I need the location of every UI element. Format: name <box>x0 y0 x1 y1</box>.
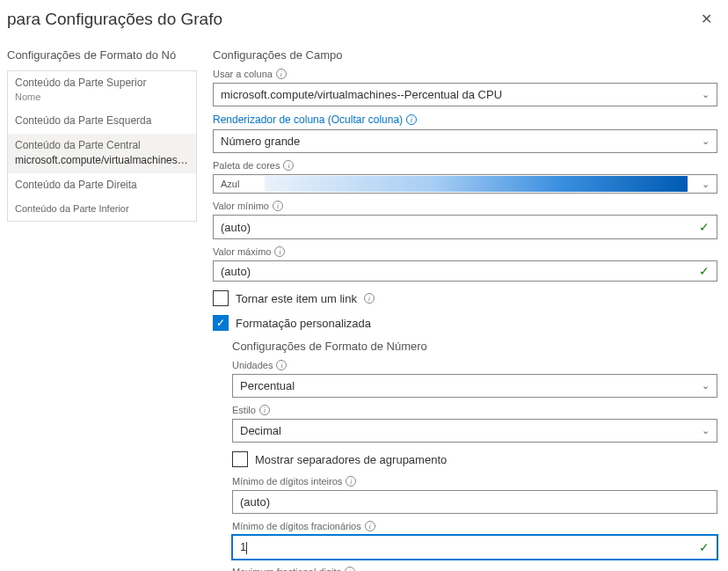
check-icon: ✓ <box>699 220 710 234</box>
max-value-group: Valor máximo i (auto) ✓ <box>213 246 717 282</box>
max-value-label: Valor máximo i <box>213 246 717 257</box>
info-icon[interactable]: i <box>276 69 287 79</box>
chevron-down-icon: ⌄ <box>702 380 710 392</box>
chevron-down-icon: ⌄ <box>702 89 710 100</box>
custom-format-row: ✓ Formatação personalizada <box>213 315 717 331</box>
min-value-label: Valor mínimo i <box>213 201 717 211</box>
max-value-text: (auto) <box>221 265 251 278</box>
node-part-sub: Nome <box>15 92 189 102</box>
make-link-label: Tornar este item um link <box>236 292 357 305</box>
node-part-left[interactable]: Conteúdo da Parte Esquerda <box>8 109 196 134</box>
color-palette-group: Paleta de cores i Azul ⌄ <box>213 160 717 194</box>
min-value-group: Valor mínimo i (auto) ✓ <box>213 201 717 239</box>
column-renderer-group: Renderizador de coluna (Ocultar coluna) … <box>213 113 717 153</box>
dialog-title: para Configurações do Grafo <box>7 10 222 29</box>
show-grouping-checkbox[interactable] <box>232 451 248 467</box>
use-column-select[interactable]: microsoft.compute/virtualmachines--Perce… <box>213 83 717 106</box>
style-group: Estilo i Decimal ⌄ <box>232 405 717 443</box>
info-icon[interactable]: i <box>283 160 294 171</box>
close-icon: ✕ <box>701 11 712 26</box>
info-icon[interactable]: i <box>273 201 283 211</box>
info-icon[interactable]: i <box>364 293 375 304</box>
gradient-preview <box>265 176 688 192</box>
color-palette-label: Paleta de cores i <box>213 160 717 171</box>
min-value-text: (auto) <box>221 221 251 234</box>
min-int-digits-group: Mínimo de dígitos inteiros i (auto) <box>232 476 717 514</box>
max-frac-digits-label: Maximum fractional digits i <box>232 567 717 571</box>
units-value: Percentual <box>240 379 295 392</box>
text-cursor <box>246 542 247 554</box>
custom-format-checkbox[interactable]: ✓ <box>213 315 229 331</box>
min-int-digits-value: (auto) <box>240 495 270 509</box>
node-part-top[interactable]: Conteúdo da Parte Superior Nome <box>8 71 196 109</box>
use-column-label: Usar a coluna i <box>213 69 717 79</box>
show-grouping-label: Mostrar separadores de agrupamento <box>255 453 447 466</box>
field-settings-title: Configurações de Campo <box>213 48 717 62</box>
node-format-panel: Configurações de Formato do Nó Conteúdo … <box>7 48 197 571</box>
column-renderer-label[interactable]: Renderizador de coluna (Ocultar coluna) … <box>213 113 717 126</box>
min-int-digits-input[interactable]: (auto) <box>232 490 717 514</box>
dialog-header: para Configurações do Grafo ✕ <box>7 4 717 48</box>
node-part-detail: microsoft.compute/virtualmachines--Perce… <box>15 154 189 166</box>
node-part-right[interactable]: Conteúdo da Parte Direita <box>8 173 196 198</box>
min-frac-digits-group: Mínimo de dígitos fracionários i 1 ✓ <box>232 521 717 560</box>
info-icon[interactable]: i <box>345 567 355 571</box>
use-column-group: Usar a coluna i microsoft.compute/virtua… <box>213 69 717 106</box>
number-format-section: Configurações de Formato de Número Unida… <box>213 340 717 571</box>
node-part-label: Conteúdo da Parte Esquerda <box>15 114 189 127</box>
check-icon: ✓ <box>699 540 710 554</box>
info-icon[interactable]: i <box>259 405 270 415</box>
units-group: Unidades i Percentual ⌄ <box>232 360 717 398</box>
info-icon[interactable]: i <box>406 114 417 125</box>
node-part-bottom[interactable]: Conteúdo da Parte Inferior <box>8 198 196 221</box>
min-value-input[interactable]: (auto) ✓ <box>213 215 717 239</box>
make-link-row: Tornar este item um link i <box>213 290 717 306</box>
node-part-label: Conteúdo da Parte Superior <box>15 77 189 89</box>
show-grouping-row: Mostrar separadores de agrupamento <box>232 451 717 467</box>
check-icon: ✓ <box>699 264 710 278</box>
info-icon[interactable]: i <box>276 360 287 370</box>
info-icon[interactable]: i <box>274 246 285 257</box>
node-part-label: Conteúdo da Parte Inferior <box>15 203 189 214</box>
column-renderer-select[interactable]: Número grande ⌄ <box>213 129 717 153</box>
units-select[interactable]: Percentual ⌄ <box>232 374 717 398</box>
info-icon[interactable]: i <box>346 476 356 487</box>
node-format-title: Configurações de Formato do Nó <box>7 48 197 70</box>
use-column-value: microsoft.compute/virtualmachines--Perce… <box>221 88 502 101</box>
column-renderer-value: Número grande <box>221 135 300 148</box>
min-frac-digits-label: Mínimo de dígitos fracionários i <box>232 521 717 531</box>
make-link-checkbox[interactable] <box>213 290 229 306</box>
units-label: Unidades i <box>232 360 717 370</box>
color-palette-select[interactable]: Azul ⌄ <box>213 174 717 194</box>
node-parts-list: Conteúdo da Parte Superior Nome Conteúdo… <box>7 70 197 222</box>
chevron-down-icon: ⌄ <box>702 425 710 436</box>
graph-settings-dialog: para Configurações do Grafo ✕ Configuraç… <box>0 0 728 571</box>
style-value: Decimal <box>240 424 281 437</box>
node-part-center[interactable]: Conteúdo da Parte Central microsoft.comp… <box>8 134 196 173</box>
chevron-down-icon: ⌄ <box>695 179 717 190</box>
color-palette-value: Azul <box>214 175 258 193</box>
chevron-down-icon: ⌄ <box>702 135 710 147</box>
min-frac-digits-value: 1 <box>240 540 246 553</box>
field-settings-panel: Configurações de Campo Usar a coluna i m… <box>213 48 717 571</box>
max-value-input[interactable]: (auto) ✓ <box>213 261 717 282</box>
custom-format-label: Formatação personalizada <box>236 317 371 330</box>
close-button[interactable]: ✕ <box>695 7 717 31</box>
main-content: Configurações de Formato do Nó Conteúdo … <box>7 48 717 571</box>
min-int-digits-label: Mínimo de dígitos inteiros i <box>232 476 717 487</box>
node-part-label: Conteúdo da Parte Direita <box>15 179 189 191</box>
min-frac-digits-input[interactable]: 1 ✓ <box>232 535 717 560</box>
info-icon[interactable]: i <box>365 521 375 531</box>
style-select[interactable]: Decimal ⌄ <box>232 419 717 443</box>
number-format-title: Configurações de Formato de Número <box>232 340 717 353</box>
style-label: Estilo i <box>232 405 717 415</box>
node-part-label: Conteúdo da Parte Central <box>15 139 189 151</box>
